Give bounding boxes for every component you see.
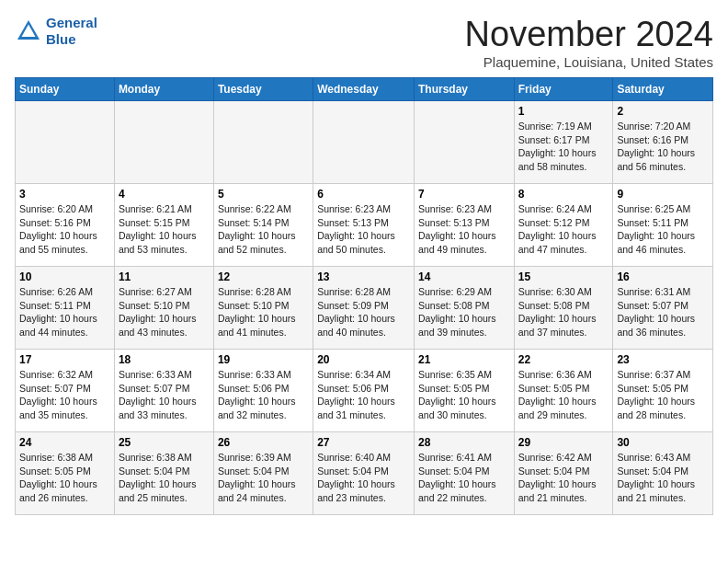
day-cell: 4Sunrise: 6:21 AM Sunset: 5:15 PM Daylig… [114, 184, 213, 267]
day-info: Sunrise: 6:38 AM Sunset: 5:04 PM Dayligh… [119, 451, 210, 505]
day-cell [16, 101, 115, 184]
day-info: Sunrise: 6:27 AM Sunset: 5:10 PM Dayligh… [119, 285, 210, 339]
day-cell: 9Sunrise: 6:25 AM Sunset: 5:11 PM Daylig… [613, 184, 713, 267]
day-cell: 21Sunrise: 6:35 AM Sunset: 5:05 PM Dayli… [414, 350, 514, 432]
day-number: 28 [418, 436, 510, 449]
day-info: Sunrise: 6:28 AM Sunset: 5:09 PM Dayligh… [317, 285, 410, 339]
day-number: 7 [418, 188, 510, 201]
day-info: Sunrise: 6:34 AM Sunset: 5:06 PM Dayligh… [317, 368, 410, 422]
day-info: Sunrise: 6:33 AM Sunset: 5:07 PM Dayligh… [119, 368, 210, 422]
day-info: Sunrise: 6:31 AM Sunset: 5:07 PM Dayligh… [617, 285, 709, 339]
weekday-header-tuesday: Tuesday [213, 78, 313, 101]
day-info: Sunrise: 6:24 AM Sunset: 5:12 PM Dayligh… [518, 202, 609, 257]
weekday-header-friday: Friday [514, 78, 613, 101]
day-info: Sunrise: 6:36 AM Sunset: 5:05 PM Dayligh… [518, 368, 609, 422]
day-info: Sunrise: 6:20 AM Sunset: 5:16 PM Dayligh… [19, 202, 110, 257]
location-subtitle: Plaquemine, Louisiana, United States [465, 54, 713, 70]
day-cell: 11Sunrise: 6:27 AM Sunset: 5:10 PM Dayli… [114, 267, 213, 350]
day-cell [414, 101, 514, 184]
day-number: 29 [518, 436, 609, 449]
day-number: 27 [317, 436, 410, 449]
day-number: 24 [19, 436, 110, 449]
day-number: 18 [119, 353, 210, 366]
day-cell: 19Sunrise: 6:33 AM Sunset: 5:06 PM Dayli… [213, 350, 313, 432]
weekday-header-sunday: Sunday [16, 78, 115, 101]
day-cell [114, 101, 213, 184]
day-cell: 29Sunrise: 6:42 AM Sunset: 5:04 PM Dayli… [514, 432, 613, 515]
weekday-row: SundayMondayTuesdayWednesdayThursdayFrid… [16, 78, 713, 101]
day-info: Sunrise: 6:29 AM Sunset: 5:08 PM Dayligh… [418, 285, 510, 339]
day-info: Sunrise: 6:37 AM Sunset: 5:05 PM Dayligh… [617, 368, 709, 422]
week-row-3: 17Sunrise: 6:32 AM Sunset: 5:07 PM Dayli… [16, 350, 713, 432]
day-number: 6 [317, 188, 410, 201]
day-number: 10 [19, 270, 110, 283]
day-info: Sunrise: 6:42 AM Sunset: 5:04 PM Dayligh… [518, 451, 609, 505]
day-number: 22 [518, 353, 609, 366]
title-block: November 2024 Plaquemine, Louisiana, Uni… [465, 15, 713, 70]
day-info: Sunrise: 6:32 AM Sunset: 5:07 PM Dayligh… [19, 368, 110, 422]
day-number: 15 [518, 270, 609, 283]
day-cell: 16Sunrise: 6:31 AM Sunset: 5:07 PM Dayli… [613, 267, 713, 350]
day-cell: 20Sunrise: 6:34 AM Sunset: 5:06 PM Dayli… [313, 350, 415, 432]
day-info: Sunrise: 6:39 AM Sunset: 5:04 PM Dayligh… [218, 451, 309, 505]
day-cell: 17Sunrise: 6:32 AM Sunset: 5:07 PM Dayli… [16, 350, 115, 432]
day-number: 11 [119, 270, 210, 283]
logo-text: General Blue [46, 15, 97, 48]
weekday-header-monday: Monday [114, 78, 213, 101]
day-info: Sunrise: 6:28 AM Sunset: 5:10 PM Dayligh… [218, 285, 309, 339]
day-cell: 12Sunrise: 6:28 AM Sunset: 5:10 PM Dayli… [213, 267, 313, 350]
day-number: 5 [218, 188, 309, 201]
weekday-header-saturday: Saturday [613, 78, 713, 101]
day-info: Sunrise: 6:38 AM Sunset: 5:05 PM Dayligh… [19, 451, 110, 505]
day-cell: 27Sunrise: 6:40 AM Sunset: 5:04 PM Dayli… [313, 432, 415, 515]
day-number: 4 [119, 188, 210, 201]
day-info: Sunrise: 7:20 AM Sunset: 6:16 PM Dayligh… [617, 120, 709, 174]
day-cell: 25Sunrise: 6:38 AM Sunset: 5:04 PM Dayli… [114, 432, 213, 515]
week-row-4: 24Sunrise: 6:38 AM Sunset: 5:05 PM Dayli… [16, 432, 713, 515]
calendar-header: SundayMondayTuesdayWednesdayThursdayFrid… [16, 78, 713, 101]
week-row-1: 3Sunrise: 6:20 AM Sunset: 5:16 PM Daylig… [16, 184, 713, 267]
day-number: 12 [218, 270, 309, 283]
day-cell: 22Sunrise: 6:36 AM Sunset: 5:05 PM Dayli… [514, 350, 613, 432]
day-number: 14 [418, 270, 510, 283]
day-number: 25 [119, 436, 210, 449]
day-cell: 6Sunrise: 6:23 AM Sunset: 5:13 PM Daylig… [313, 184, 415, 267]
day-info: Sunrise: 6:23 AM Sunset: 5:13 PM Dayligh… [317, 202, 410, 257]
day-info: Sunrise: 6:40 AM Sunset: 5:04 PM Dayligh… [317, 451, 410, 505]
day-info: Sunrise: 6:30 AM Sunset: 5:08 PM Dayligh… [518, 285, 609, 339]
day-number: 17 [19, 353, 110, 366]
day-cell: 7Sunrise: 6:23 AM Sunset: 5:13 PM Daylig… [414, 184, 514, 267]
day-cell: 3Sunrise: 6:20 AM Sunset: 5:16 PM Daylig… [16, 184, 115, 267]
day-cell: 10Sunrise: 6:26 AM Sunset: 5:11 PM Dayli… [16, 267, 115, 350]
day-number: 21 [418, 353, 510, 366]
day-cell [313, 101, 415, 184]
day-info: Sunrise: 6:25 AM Sunset: 5:11 PM Dayligh… [617, 202, 709, 257]
day-cell: 8Sunrise: 6:24 AM Sunset: 5:12 PM Daylig… [514, 184, 613, 267]
day-number: 3 [19, 188, 110, 201]
day-number: 9 [617, 188, 709, 201]
day-info: Sunrise: 6:41 AM Sunset: 5:04 PM Dayligh… [418, 451, 510, 505]
week-row-2: 10Sunrise: 6:26 AM Sunset: 5:11 PM Dayli… [16, 267, 713, 350]
logo-icon [15, 17, 42, 45]
day-number: 30 [617, 436, 709, 449]
week-row-0: 1Sunrise: 7:19 AM Sunset: 6:17 PM Daylig… [16, 101, 713, 184]
day-number: 2 [617, 105, 709, 118]
day-info: Sunrise: 6:35 AM Sunset: 5:05 PM Dayligh… [418, 368, 510, 422]
day-cell: 26Sunrise: 6:39 AM Sunset: 5:04 PM Dayli… [213, 432, 313, 515]
day-cell [213, 101, 313, 184]
calendar-body: 1Sunrise: 7:19 AM Sunset: 6:17 PM Daylig… [16, 101, 713, 515]
day-number: 19 [218, 353, 309, 366]
day-cell: 15Sunrise: 6:30 AM Sunset: 5:08 PM Dayli… [514, 267, 613, 350]
day-number: 13 [317, 270, 410, 283]
day-info: Sunrise: 6:26 AM Sunset: 5:11 PM Dayligh… [19, 285, 110, 339]
day-info: Sunrise: 6:21 AM Sunset: 5:15 PM Dayligh… [119, 202, 210, 257]
day-cell: 5Sunrise: 6:22 AM Sunset: 5:14 PM Daylig… [213, 184, 313, 267]
day-info: Sunrise: 7:19 AM Sunset: 6:17 PM Dayligh… [518, 120, 609, 174]
day-cell: 18Sunrise: 6:33 AM Sunset: 5:07 PM Dayli… [114, 350, 213, 432]
page-header: General Blue November 2024 Plaquemine, L… [15, 15, 713, 70]
weekday-header-wednesday: Wednesday [313, 78, 415, 101]
day-info: Sunrise: 6:33 AM Sunset: 5:06 PM Dayligh… [218, 368, 309, 422]
day-cell: 2Sunrise: 7:20 AM Sunset: 6:16 PM Daylig… [613, 101, 713, 184]
weekday-header-thursday: Thursday [414, 78, 514, 101]
day-number: 16 [617, 270, 709, 283]
